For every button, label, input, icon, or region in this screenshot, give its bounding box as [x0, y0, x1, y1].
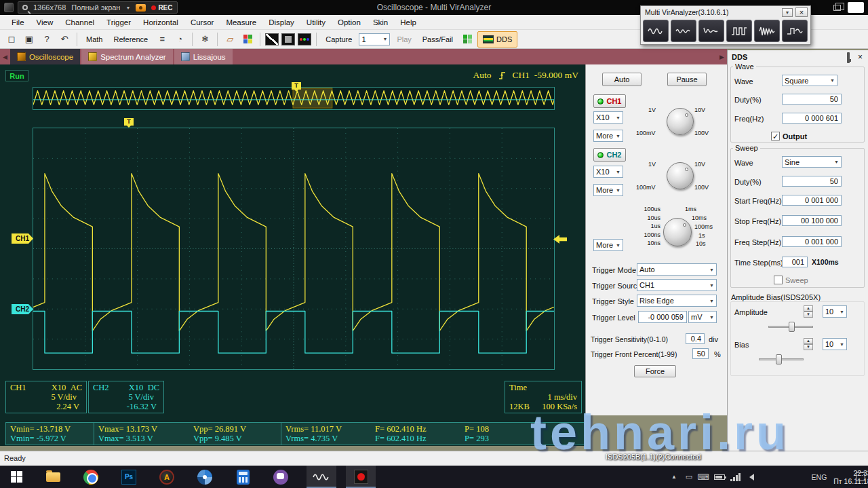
amplitude-select[interactable]: 10▼ [823, 305, 847, 318]
help-icon[interactable]: ? [39, 32, 54, 47]
taskbar-explorer[interactable] [38, 466, 68, 488]
taskbar-chrome[interactable] [76, 466, 106, 488]
line-style-button[interactable] [265, 33, 279, 45]
action-center-icon[interactable] [854, 466, 867, 488]
monitor-tray-icon[interactable]: ▭ [682, 466, 696, 488]
ch1-enable-button[interactable]: CH1 [593, 94, 626, 108]
pin-icon[interactable] [847, 52, 850, 63]
time-step-input[interactable]: 001 [782, 257, 808, 267]
waveform-preview[interactable] [33, 87, 555, 110]
volume-tray-icon[interactable] [743, 466, 757, 488]
capture-count-select[interactable]: 1▼ [359, 33, 390, 45]
menu-skin[interactable]: Skin [367, 16, 394, 29]
sweep-duty-input[interactable]: 50 [782, 176, 842, 187]
timebase-knob[interactable] [663, 218, 692, 246]
amplitude-slider[interactable] [768, 322, 813, 332]
time-more-select[interactable]: More▼ [593, 239, 623, 251]
bias-spinner[interactable]: ▲▼ [804, 338, 813, 350]
taskbar-aimp[interactable]: A [152, 466, 182, 488]
ruler-icon[interactable]: ▱ [222, 32, 237, 47]
rec-button[interactable]: REC [151, 4, 172, 12]
auto-button[interactable]: Auto [602, 73, 642, 86]
taskbar-photoshop[interactable]: Ps [114, 466, 144, 488]
pause-button[interactable]: Pause [667, 73, 707, 86]
language-indicator[interactable]: ENG [808, 466, 830, 488]
new-file-icon[interactable]: ◻ [4, 32, 19, 47]
pulse-button[interactable] [726, 20, 752, 42]
trigger-level-input[interactable]: -0 000 059 [638, 311, 687, 323]
freq-input[interactable]: 0 000 601 [782, 113, 842, 124]
slider-thumb[interactable] [776, 354, 782, 364]
tab-lissajous[interactable]: Lissajous [174, 49, 233, 64]
tab-scroll-right-icon[interactable]: ▶ [717, 54, 727, 60]
start-button[interactable] [1, 466, 31, 488]
undo-icon[interactable]: ↶ [57, 32, 72, 47]
menu-help[interactable]: Help [394, 16, 422, 29]
ch1-volts-knob[interactable] [667, 108, 694, 135]
snowflake-icon[interactable]: ❄ [197, 32, 212, 47]
sweep-checkbox[interactable] [774, 276, 783, 284]
sweep-sine-button[interactable] [643, 20, 669, 42]
sweep-wave-select[interactable]: Sine▼ [782, 156, 842, 168]
spin-up-icon[interactable]: ▲ [804, 305, 813, 312]
trigger-sensitivity-input[interactable]: 0.4 [686, 333, 705, 344]
ch1-probe-select[interactable]: X10▼ [593, 111, 623, 124]
freq-step-input[interactable]: 0 001 000 [782, 236, 842, 247]
graticule[interactable] [33, 128, 555, 370]
tab-spectrum-analyzer[interactable]: Spectrum Analyzer [81, 49, 173, 64]
wave-select[interactable]: Square▼ [782, 75, 837, 86]
keyboard-tray-icon[interactable]: ⌨ [696, 466, 711, 488]
menu-cursor[interactable]: Cursor [184, 16, 220, 29]
taskbar-recorder[interactable] [346, 466, 376, 488]
menu-display[interactable]: Display [262, 16, 300, 29]
tab-oscilloscope[interactable]: Oscilloscope [10, 49, 80, 64]
am-wave-button[interactable] [671, 20, 696, 42]
ch1-more-select[interactable]: More▼ [593, 130, 623, 142]
menu-horizontal[interactable]: Horizontal [137, 16, 184, 29]
fill-style-button[interactable] [281, 33, 295, 45]
amplitude-spinner[interactable]: ▲▼ [804, 305, 813, 318]
duty-input[interactable]: 50 [782, 94, 842, 105]
export-grid-icon[interactable] [460, 32, 475, 47]
ch2-more-select[interactable]: More▼ [593, 184, 623, 196]
save-icon[interactable]: ▣ [22, 32, 37, 47]
spin-down-icon[interactable]: ▼ [804, 312, 813, 318]
ch2-enable-button[interactable]: CH2 [593, 148, 626, 162]
damped-sine-button[interactable] [698, 20, 724, 42]
close-window-icon[interactable] [848, 2, 864, 13]
restore-window-icon[interactable] [833, 5, 841, 11]
noise-button[interactable] [754, 20, 780, 42]
dds-toolbar-button[interactable]: DDS [477, 31, 517, 48]
hidden-icons-chevron[interactable]: ▲ [667, 466, 681, 488]
play-button[interactable]: Play [393, 33, 415, 45]
menu-file[interactable]: File [5, 16, 31, 29]
ch2-probe-select[interactable]: X10▼ [593, 166, 623, 178]
spin-down-icon[interactable]: ▼ [804, 344, 813, 350]
stop-freq-input[interactable]: 00 100 000 [782, 215, 842, 226]
main-trigger-flag[interactable]: T [124, 118, 134, 126]
menu-channel[interactable]: Channel [59, 16, 100, 29]
preview-trigger-flag[interactable]: T [292, 82, 301, 90]
dds-close-icon[interactable]: × [858, 52, 863, 62]
taskbar-viber[interactable] [266, 466, 296, 488]
ch2-volts-knob[interactable] [667, 162, 694, 189]
launcher-close-icon[interactable]: × [795, 7, 808, 17]
math-button[interactable]: Math [82, 33, 106, 45]
square-sine-button[interactable] [782, 20, 808, 42]
ch1-position-marker[interactable]: CH1 [12, 233, 33, 244]
battery-tray-icon[interactable] [712, 466, 727, 488]
chevron-down-icon[interactable]: ▼ [125, 5, 130, 10]
menu-utility[interactable]: Utility [300, 16, 332, 29]
trigger-level-unit-select[interactable]: mV▼ [688, 311, 717, 323]
reference-button[interactable]: Reference [109, 33, 152, 45]
menu-option[interactable]: Option [332, 16, 367, 29]
trigger-mode-select[interactable]: Auto▼ [637, 263, 717, 276]
palette-grid-icon[interactable] [240, 32, 255, 47]
levels-icon[interactable]: ≡ [155, 32, 170, 47]
menu-trigger[interactable]: Trigger [100, 16, 137, 29]
force-button[interactable]: Force [634, 365, 676, 377]
launcher-dropdown[interactable]: ▼ [782, 8, 793, 17]
rgb-style-button[interactable] [298, 33, 311, 45]
taskbar-blue-app[interactable] [190, 466, 220, 488]
start-freq-input[interactable]: 0 001 000 [782, 195, 842, 206]
